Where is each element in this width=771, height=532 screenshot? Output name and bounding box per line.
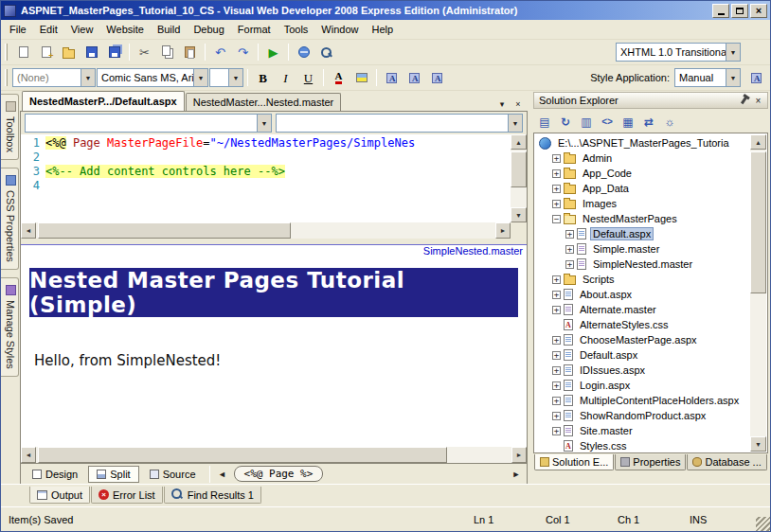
solution-explorer-title-bar[interactable]: Solution Explorer × (533, 92, 768, 109)
aspnet-configuration-button[interactable]: ☼ (660, 113, 679, 131)
start-debugging-button[interactable]: ▶ (262, 43, 284, 62)
toolbar-grip[interactable] (5, 44, 8, 61)
tree-expander[interactable]: + (552, 381, 561, 390)
nest-related-files-button[interactable]: ▥ (577, 113, 596, 131)
toolbar-grip[interactable] (5, 69, 8, 86)
italic-button[interactable]: I (275, 68, 296, 88)
scroll-down-button[interactable]: ▼ (750, 436, 766, 452)
close-document-button[interactable]: × (511, 97, 526, 111)
scroll-up-button[interactable]: ▲ (511, 134, 527, 150)
dropdown-arrow-icon[interactable]: ▼ (257, 115, 271, 132)
scroll-down-button[interactable]: ▼ (511, 207, 527, 222)
tree-item-idissues-aspx[interactable]: +IDIssues.aspx (535, 363, 751, 378)
tree-expander[interactable]: + (565, 245, 574, 254)
menu-item-website[interactable]: Website (99, 21, 151, 38)
tree-expander[interactable]: − (552, 215, 561, 223)
tree-expander[interactable]: + (552, 275, 561, 284)
refresh-button[interactable]: ↻ (556, 113, 575, 131)
dropdown-arrow-icon[interactable]: ▼ (193, 69, 207, 86)
tree-item-multiplecontentplaceholders-aspx[interactable]: +MultipleContentPlaceHolders.aspx (535, 393, 751, 408)
redo-button[interactable]: ↷ (232, 43, 254, 62)
side-tab-manage-styles[interactable]: Manage Styles (1, 277, 19, 377)
design-horizontal-scrollbar[interactable]: ◄ ► (21, 447, 527, 463)
bottom-tab-find-results-1[interactable]: Find Results 1 (164, 487, 261, 504)
tree-item-images[interactable]: +Images (535, 196, 751, 211)
view-button-source[interactable]: Source (141, 466, 205, 483)
tree-item-admin[interactable]: +Admin (535, 151, 751, 166)
open-file-button[interactable] (58, 43, 80, 62)
copy-web-site-button[interactable]: ⇄ (639, 113, 658, 131)
menu-item-debug[interactable]: Debug (187, 21, 230, 38)
view-code-button[interactable]: <> (598, 113, 617, 131)
side-tab-toolbox[interactable]: Toolbox (1, 94, 19, 160)
document-tab-nestedmaster-nested-master[interactable]: NestedMaster...Nested.master (186, 93, 342, 111)
browse-with-button[interactable] (293, 43, 314, 62)
scrollbar-thumb[interactable] (38, 447, 447, 463)
tag-nav-left-button[interactable]: ◄ (215, 467, 230, 481)
tree-expander[interactable]: + (552, 397, 561, 405)
tree-item-nestedmasterpages[interactable]: −NestedMasterPages (535, 211, 751, 226)
target-rule-combobox[interactable]: (None) ▼ (12, 68, 96, 87)
add-new-item-button[interactable] (35, 43, 57, 62)
tag-navigator[interactable]: <%@ Page %> (234, 466, 324, 482)
dropdown-arrow-icon[interactable]: ▼ (228, 69, 242, 86)
code-editor[interactable]: 1<%@ Page MasterPageFile="~/NestedMaster… (21, 134, 511, 222)
tree-item-simplenested-master[interactable]: +SimpleNested.master (535, 257, 751, 272)
tree-expander[interactable]: + (565, 230, 574, 239)
tree-expander[interactable]: + (552, 412, 561, 420)
tree-expander[interactable]: + (552, 200, 561, 208)
tree-expander[interactable]: + (552, 306, 561, 314)
save-button[interactable] (81, 43, 102, 62)
document-tab-nestedmasterp-default-aspx[interactable]: NestedMasterP.../Default.aspx (22, 91, 185, 111)
view-button-design[interactable]: Design (24, 466, 86, 483)
menu-item-window[interactable]: Window (314, 21, 365, 38)
close-panel-button[interactable]: × (751, 94, 765, 107)
menu-item-help[interactable]: Help (365, 21, 400, 38)
panel-tab-database[interactable]: Database ... (687, 454, 766, 470)
attach-style-sheet-button[interactable] (381, 68, 403, 88)
style-options-button[interactable] (745, 68, 767, 88)
object-combobox[interactable]: ▼ (25, 114, 272, 133)
tree-item-app-code[interactable]: +App_Code (535, 166, 751, 181)
font-size-combobox[interactable]: ▼ (209, 68, 243, 87)
undo-button[interactable]: ↶ (209, 43, 231, 62)
save-all-button[interactable] (103, 43, 125, 62)
tree-item-simple-master[interactable]: +Simple.master (535, 241, 751, 257)
dropdown-arrow-icon[interactable]: ▼ (726, 69, 740, 86)
cut-button[interactable]: ✂ (134, 43, 155, 62)
bottom-tab-output[interactable]: Output (29, 487, 90, 504)
tree-item-e-aspnet-masterpages-tutoria[interactable]: E:\...\ASPNET_MasterPages_Tutoria (535, 135, 751, 151)
scrollbar-thumb[interactable] (511, 151, 527, 187)
bold-button[interactable]: B (252, 68, 274, 88)
tree-item-showrandomproduct-aspx[interactable]: +ShowRandomProduct.aspx (535, 408, 751, 423)
underline-button[interactable]: U (297, 68, 319, 88)
scrollbar-thumb[interactable] (38, 222, 291, 239)
dropdown-arrow-icon[interactable]: ▼ (81, 69, 95, 86)
dropdown-arrow-icon[interactable]: ▼ (508, 115, 522, 132)
resize-grip[interactable] (756, 517, 770, 531)
tree-item-alternatestyles-css[interactable]: AAlternateStyles.css (535, 317, 751, 332)
design-surface[interactable]: Nested Master Pages Tutorial (Simple) He… (21, 259, 527, 447)
style-application-combobox[interactable]: Manual ▼ (674, 68, 741, 87)
menu-item-view[interactable]: View (64, 21, 100, 38)
scroll-left-button[interactable]: ◄ (21, 447, 36, 463)
doctype-combobox[interactable]: XHTML 1.0 Transitional ▼ (616, 43, 741, 62)
dropdown-arrow-icon[interactable]: ▼ (726, 44, 740, 61)
tree-expander[interactable]: + (552, 154, 561, 163)
highlight-color-button[interactable] (350, 68, 372, 88)
scroll-left-button[interactable]: ◄ (21, 222, 36, 239)
tree-item-about-aspx[interactable]: +About.aspx (535, 287, 751, 302)
view-button-split[interactable]: Split (88, 466, 138, 483)
scroll-up-button[interactable]: ▲ (750, 134, 766, 150)
foreground-color-button[interactable]: A (328, 68, 350, 88)
menu-item-file[interactable]: File (3, 21, 33, 38)
auto-hide-pin-button[interactable] (737, 94, 751, 107)
tree-expander[interactable]: + (565, 260, 574, 269)
font-name-combobox[interactable]: Comic Sans MS, Ari ▼ (97, 68, 208, 87)
properties-button[interactable]: ▤ (535, 113, 554, 131)
tree-vertical-scrollbar[interactable]: ▲ ▼ (750, 134, 766, 452)
minimize-button[interactable] (712, 4, 729, 18)
tree-expander[interactable]: + (552, 427, 561, 435)
panel-tab-solution-e[interactable]: Solution E... (534, 454, 614, 470)
manage-styles-button[interactable] (403, 68, 425, 88)
